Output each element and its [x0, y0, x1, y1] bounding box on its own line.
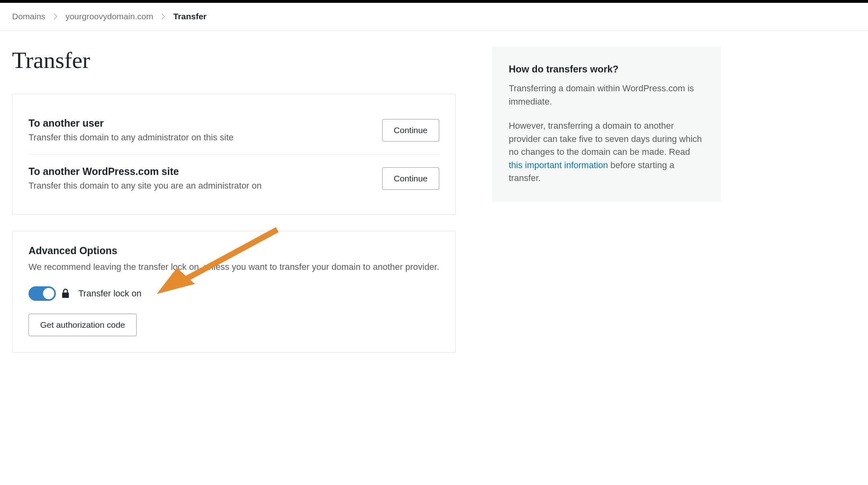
- breadcrumb-domains[interactable]: Domains: [12, 12, 45, 21]
- breadcrumb: Domains yourgroovydomain.com Transfer: [0, 3, 868, 31]
- advanced-options-card: Advanced Options We recommend leaving th…: [12, 231, 456, 353]
- transfer-to-site-desc: Transfer this domain to any site you are…: [29, 181, 382, 191]
- top-bar: [0, 0, 868, 3]
- page-title: Transfer: [12, 47, 456, 74]
- lock-icon: [61, 289, 70, 298]
- chevron-right-icon: [53, 13, 57, 20]
- continue-user-button[interactable]: Continue: [382, 119, 439, 142]
- advanced-options-title: Advanced Options: [29, 245, 439, 257]
- advanced-options-desc: We recommend leaving the transfer lock o…: [29, 261, 439, 273]
- transfer-to-user-title: To another user: [29, 117, 382, 129]
- important-information-link[interactable]: this important information: [509, 160, 608, 170]
- get-authorization-code-button[interactable]: Get authorization code: [29, 314, 137, 336]
- info-paragraph-1: Transferring a domain within WordPress.c…: [509, 82, 704, 108]
- chevron-right-icon: [161, 13, 165, 20]
- transfer-to-site-row: To another WordPress.com site Transfer t…: [29, 154, 439, 202]
- transfer-to-user-row: To another user Transfer this domain to …: [29, 106, 439, 154]
- info-title: How do transfers work?: [509, 64, 704, 75]
- breadcrumb-domain-name[interactable]: yourgroovydomain.com: [66, 12, 153, 21]
- main-content: Transfer To another user Transfer this d…: [12, 47, 456, 353]
- info-p2-text-a: However, transferring a domain to anothe…: [509, 121, 702, 157]
- transfer-to-user-desc: Transfer this domain to any administrato…: [29, 132, 382, 143]
- info-paragraph-2: However, transferring a domain to anothe…: [509, 119, 704, 185]
- transfer-lock-toggle[interactable]: [29, 286, 56, 301]
- transfer-card: To another user Transfer this domain to …: [12, 94, 456, 215]
- info-sidebar: How do transfers work? Transferring a do…: [492, 47, 721, 202]
- transfer-lock-row: Transfer lock on: [29, 286, 439, 301]
- transfer-lock-label: Transfer lock on: [78, 288, 141, 299]
- svg-rect-0: [62, 292, 69, 298]
- info-box: How do transfers work? Transferring a do…: [492, 47, 721, 202]
- breadcrumb-current: Transfer: [173, 12, 207, 21]
- continue-site-button[interactable]: Continue: [382, 167, 439, 190]
- transfer-to-site-title: To another WordPress.com site: [29, 166, 382, 177]
